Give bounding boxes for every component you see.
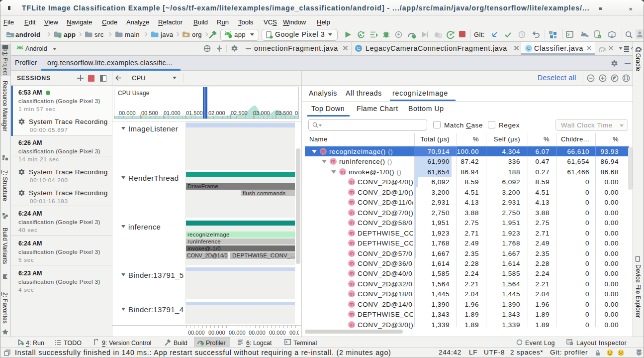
svg-text:A: A: [359, 33, 362, 37]
